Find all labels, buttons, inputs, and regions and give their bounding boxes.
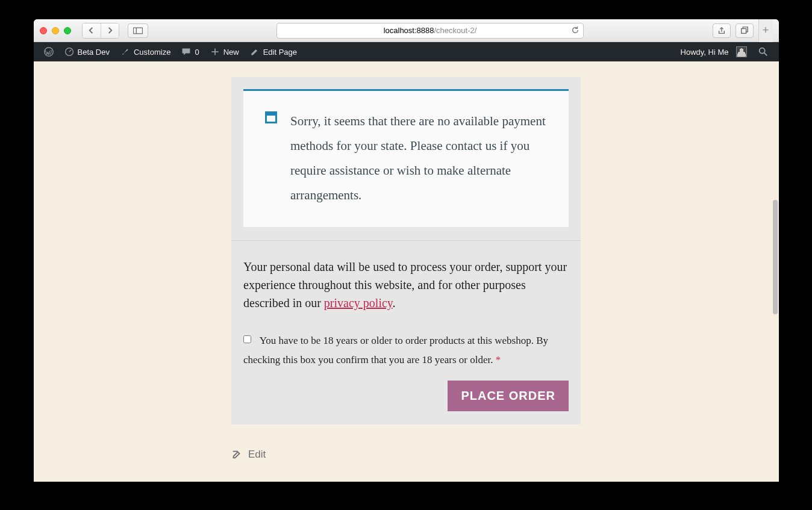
edit-page-menu[interactable]: Edit Page <box>245 42 302 61</box>
customize-label: Customize <box>134 48 170 57</box>
info-icon <box>265 111 277 208</box>
place-order-button[interactable]: PLACE ORDER <box>448 381 569 411</box>
edit-icon <box>231 449 242 460</box>
edit-page-link[interactable]: Edit <box>231 449 581 461</box>
required-mark: * <box>496 354 501 365</box>
reload-button[interactable] <box>571 26 579 36</box>
tabs-button[interactable] <box>735 23 754 38</box>
fullscreen-window-button[interactable] <box>64 27 71 34</box>
edit-label: Edit <box>248 449 266 461</box>
edit-page-label: Edit Page <box>263 48 297 57</box>
age-verification-label[interactable]: You have to be 18 years or older to orde… <box>243 335 548 365</box>
notice-text: Sorry, it seems that there are no availa… <box>290 109 547 208</box>
privacy-policy-text: Your personal data will be used to proce… <box>243 258 569 312</box>
browser-window: localhost:8888/checkout-2/ + Beta Dev <box>34 19 779 482</box>
new-tab-button[interactable]: + <box>758 19 773 42</box>
privacy-policy-link[interactable]: privacy policy <box>324 296 393 309</box>
svg-rect-2 <box>741 28 746 33</box>
address-bar[interactable]: localhost:8888/checkout-2/ <box>276 23 584 39</box>
forward-button[interactable] <box>101 23 119 38</box>
vertical-scrollbar[interactable] <box>773 200 778 314</box>
nav-back-forward <box>82 23 119 39</box>
svg-line-7 <box>764 53 767 56</box>
brush-icon <box>120 47 130 57</box>
gauge-icon <box>64 47 74 57</box>
url-host: localhost:8888 <box>384 26 434 35</box>
svg-point-6 <box>759 48 764 54</box>
site-name-label: Beta Dev <box>78 48 110 57</box>
account-menu[interactable]: Howdy, Hi Me <box>675 42 752 61</box>
sidebar-toggle-button[interactable] <box>128 23 148 38</box>
privacy-pre: Your personal data will be used to proce… <box>243 260 567 309</box>
close-window-button[interactable] <box>40 27 47 34</box>
wp-logo-menu[interactable] <box>39 42 59 61</box>
age-verification-row: You have to be 18 years or older to orde… <box>231 318 581 370</box>
svg-rect-0 <box>133 28 142 34</box>
wp-admin-bar: Beta Dev Customize 0 New Edit Page Howd <box>34 42 779 61</box>
comments-count: 0 <box>195 48 199 57</box>
wordpress-icon <box>44 47 54 57</box>
customize-menu[interactable]: Customize <box>115 42 176 61</box>
url-path: /checkout-2/ <box>434 26 477 35</box>
back-button[interactable] <box>83 23 101 38</box>
comment-icon <box>181 47 191 57</box>
age-verification-checkbox[interactable] <box>243 335 251 343</box>
browser-toolbar: localhost:8888/checkout-2/ + <box>34 19 779 42</box>
privacy-post: . <box>393 296 396 309</box>
payment-methods-notice: Sorry, it seems that there are no availa… <box>243 89 569 227</box>
toolbar-right <box>713 23 754 38</box>
window-controls <box>40 27 71 34</box>
new-label: New <box>223 48 239 57</box>
page-viewport[interactable]: Sorry, it seems that there are no availa… <box>34 61 779 482</box>
search-icon <box>758 46 769 57</box>
minimize-window-button[interactable] <box>52 27 59 34</box>
comments-menu[interactable]: 0 <box>176 42 204 61</box>
admin-search-button[interactable] <box>752 42 774 61</box>
howdy-label: Howdy, Hi Me <box>681 48 729 57</box>
pencil-icon <box>250 47 260 57</box>
site-name-menu[interactable]: Beta Dev <box>59 42 115 61</box>
avatar <box>736 46 747 57</box>
checkout-payment-box: Sorry, it seems that there are no availa… <box>231 77 581 424</box>
new-content-menu[interactable]: New <box>205 42 245 61</box>
svg-line-5 <box>69 50 71 52</box>
plus-icon <box>210 47 220 57</box>
age-text: You have to be 18 years or older to orde… <box>243 335 548 365</box>
share-button[interactable] <box>713 23 731 38</box>
